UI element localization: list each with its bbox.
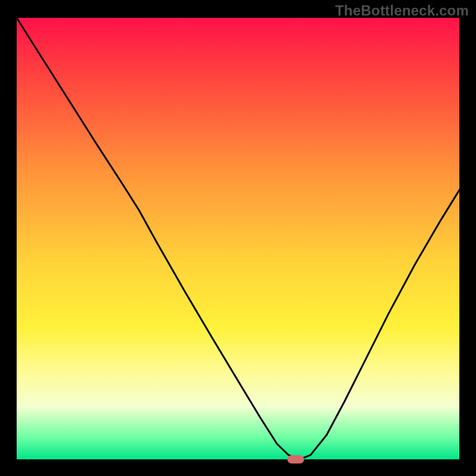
line-series: [17, 18, 459, 459]
watermark-text: TheBottleneck.com: [335, 2, 469, 19]
series-path: [17, 18, 459, 459]
valley-marker: [287, 455, 304, 464]
plot-area: [17, 18, 459, 459]
chart-frame: TheBottleneck.com: [0, 0, 476, 476]
